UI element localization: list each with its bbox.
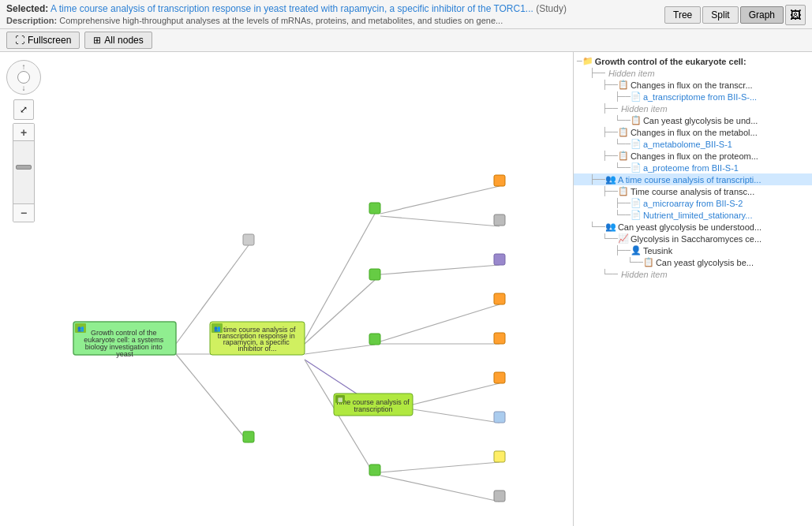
fullscreen-icon: ⛶ <box>15 35 24 46</box>
n2-label: a_transcriptome from BII-S-... <box>643 92 757 102</box>
hidden-item-last: └── Hidden item <box>574 268 812 280</box>
orange-node-3[interactable] <box>494 333 505 344</box>
edge-g1-o1 <box>380 186 500 214</box>
svg-text:👥: 👥 <box>214 325 221 332</box>
n8-lines: ├── <box>602 186 618 196</box>
nh-lines: ├── <box>589 174 605 185</box>
fullscreen-btn[interactable]: ⛶ Fullscreen <box>6 32 80 49</box>
n9-icon: 📄 <box>631 198 642 208</box>
edge-n1-green2 <box>176 354 249 442</box>
n14-lines: └── <box>627 257 643 267</box>
svg-text:▦: ▦ <box>338 397 343 402</box>
small-node-3[interactable] <box>369 334 380 345</box>
tree-node-6[interactable]: ├── 📋 Changes in flux on the proteom... <box>574 150 812 162</box>
graph-view-btn[interactable]: Graph <box>740 6 784 24</box>
hidden-label-last: Hidden item <box>618 270 668 279</box>
gray-node-r1[interactable] <box>494 215 505 226</box>
top-bar: Selected: A time course analysis of tran… <box>0 0 812 29</box>
hi1-lines: ├── <box>589 68 605 78</box>
n6-lines: ├── <box>602 151 618 161</box>
n9-label: a_microarray from BII-S-2 <box>643 199 743 208</box>
edge-analysis-o5 <box>413 383 500 405</box>
gray-node-r2[interactable] <box>494 491 505 502</box>
node-analysis[interactable]: Time course analysis of transcription ▦ <box>334 394 413 416</box>
image-btn[interactable]: 🖼 <box>785 5 806 25</box>
small-node-4[interactable] <box>369 464 380 476</box>
n4-label: Changes in flux on the metabol... <box>631 128 758 137</box>
edge-g4-gray2 <box>380 476 500 502</box>
n10-icon: 📄 <box>631 210 642 220</box>
n14-label: Can yeast glycolysis be... <box>656 258 754 267</box>
tree-node-3[interactable]: └── 📋 Can yeast glycolysis be und... <box>574 114 812 126</box>
all-nodes-btn[interactable]: ⊞ All nodes <box>84 32 152 49</box>
purple-node-r1[interactable] <box>494 254 505 265</box>
tree-node-14[interactable]: └── 📋 Can yeast glycolysis be... <box>574 256 812 268</box>
n13-lines: ├── <box>615 245 631 256</box>
tree-node-2[interactable]: ├── 📄 a_transcriptome from BII-S-... <box>574 91 812 103</box>
tree-view-btn[interactable]: Tree <box>664 6 701 24</box>
n11-lines: └── <box>589 222 605 232</box>
orange-node-2[interactable] <box>494 293 505 304</box>
edge-g2-purple <box>380 265 500 274</box>
tree-node-11[interactable]: └── 👥 Can yeast glycolysis be understood… <box>574 221 812 233</box>
node-study2[interactable]: A time course analysis of transcription … <box>210 322 305 355</box>
n12-lines: └── <box>602 233 618 244</box>
hi2-lines: ├── <box>602 103 618 114</box>
light-blue-node[interactable] <box>494 412 505 423</box>
tree-node-13[interactable]: ├── 👤 Teusink <box>574 244 812 256</box>
tree-node-5[interactable]: └── 📄 a_metabolome_BII-S-1 <box>574 138 812 150</box>
gray-node-top[interactable] <box>243 234 254 245</box>
tree-container: ─ 📁 Growth control of the eukaryote cell… <box>574 52 812 283</box>
split-view-btn[interactable]: Split <box>702 6 738 24</box>
tree-root[interactable]: ─ 📁 Growth control of the eukaryote cell… <box>574 55 812 67</box>
n5-icon: 📄 <box>631 139 642 149</box>
n12-icon: 📈 <box>618 233 629 244</box>
selected-link[interactable]: A time course analysis of transcription … <box>51 3 533 14</box>
tree-node-1[interactable]: ├── 📋 Changes in flux on the transcr... <box>574 79 812 91</box>
edge-n2-g1 <box>305 214 375 340</box>
n11-label: Can yeast glycolysis be understood... <box>618 222 761 232</box>
node-study1[interactable]: Growth control of the eukaryote cell: a … <box>73 322 176 358</box>
yellow-node[interactable] <box>494 451 505 462</box>
n1-lines: ├── <box>602 80 618 90</box>
view-buttons: Tree Split Graph 🖼 <box>664 3 806 25</box>
tree-node-4[interactable]: ├── 📋 Changes in flux on the metabol... <box>574 126 812 138</box>
tree-panel: ─ 📁 Growth control of the eukaryote cell… <box>574 52 812 526</box>
root-icon: 📁 <box>582 56 593 66</box>
n14-icon: 📋 <box>643 257 654 267</box>
tree-node-8[interactable]: ├── 📋 Time course analysis of transc... <box>574 185 812 197</box>
edge-analysis-lb <box>413 409 500 423</box>
tree-node-12[interactable]: └── 📈 Glycolysis in Saccharomyces ce... <box>574 233 812 244</box>
small-node-bl[interactable] <box>243 431 254 442</box>
all-nodes-label: All nodes <box>104 35 143 46</box>
second-bar: ⛶ Fullscreen ⊞ All nodes <box>0 29 812 52</box>
n5-label: a_metabolome_BII-S-1 <box>643 140 732 149</box>
graph-panel: ⤢ + − <box>0 52 574 526</box>
n11-icon: 👥 <box>605 222 616 232</box>
n6-label: Changes in flux on the proteom... <box>631 151 758 161</box>
n10-lines: └── <box>615 210 631 220</box>
n13-label: Teusink <box>643 246 672 256</box>
edge-n2-g4 <box>305 360 375 476</box>
nh-label: A time course analysis of transcripti... <box>618 175 761 185</box>
tree-node-highlighted[interactable]: ├── 👥 A time course analysis of transcri… <box>574 173 812 185</box>
tree-node-10[interactable]: └── 📄 Nutrient_limited_stationary... <box>574 209 812 221</box>
orange-node-4[interactable] <box>494 372 505 383</box>
small-node-1[interactable] <box>369 203 380 214</box>
desc-label: Description: <box>6 16 57 25</box>
selected-label: Selected: <box>6 3 48 14</box>
desc-text: Comprehensive high-throughput analyses a… <box>59 16 503 25</box>
orange-node-1[interactable] <box>494 175 505 186</box>
n2-lines: ├── <box>615 91 631 102</box>
root-label: Growth control of the eukaryote cell: <box>595 57 747 66</box>
hidden-label-1: Hidden item <box>605 69 655 78</box>
nh-icon: 👥 <box>605 174 616 185</box>
n8-label: Time course analysis of transc... <box>631 187 754 196</box>
small-node-2[interactable] <box>369 269 380 280</box>
edge-g3-o3 <box>380 304 500 341</box>
hidden-item-2: ├── Hidden item <box>574 103 812 114</box>
tree-node-9[interactable]: ├── 📄 a_microarray from BII-S-2 <box>574 197 812 209</box>
n1-icon: 📋 <box>618 80 629 90</box>
tree-node-7[interactable]: └── 📄 a_proteome from BII-S-1 <box>574 162 812 173</box>
n9-lines: ├── <box>615 198 631 208</box>
